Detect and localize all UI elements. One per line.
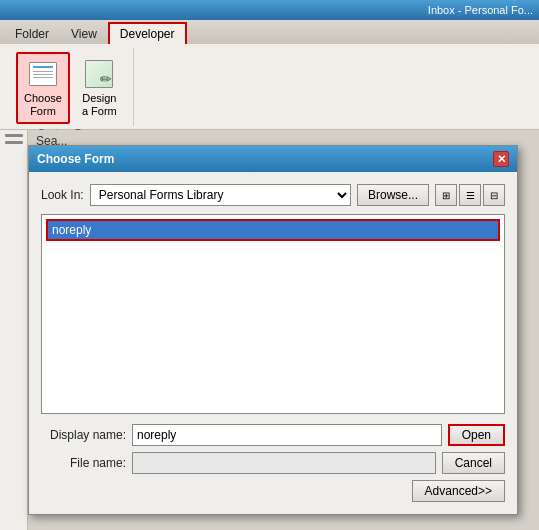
open-button[interactable]: Open <box>448 424 505 446</box>
ribbon: Folder View Developer ChooseForm <box>0 20 539 130</box>
design-form-label: Designa Form <box>82 92 117 118</box>
left-panel <box>0 130 28 530</box>
title-text: Inbox - Personal Fo... <box>428 4 533 16</box>
look-in-label: Look In: <box>41 188 84 202</box>
dialog-title-bar: Choose Form ✕ <box>29 146 517 172</box>
ribbon-group-custom-forms: ChooseForm Designa Form Custom Forms <box>8 48 134 126</box>
design-form-button[interactable]: Designa Form <box>74 52 125 124</box>
nav-strip-1 <box>5 134 23 137</box>
view-btn-1[interactable]: ⊞ <box>435 184 457 206</box>
display-name-input[interactable] <box>132 424 442 446</box>
browse-button[interactable]: Browse... <box>357 184 429 206</box>
advanced-row: Advanced>> <box>41 480 505 502</box>
display-name-row: Display name: Open <box>41 424 505 446</box>
form-list[interactable]: noreply <box>41 214 505 414</box>
choose-form-button[interactable]: ChooseForm <box>16 52 70 124</box>
file-name-input[interactable] <box>132 452 436 474</box>
nav-strip-2 <box>5 141 23 144</box>
dialog-close-button[interactable]: ✕ <box>493 151 509 167</box>
view-buttons: ⊞ ☰ ⊟ <box>435 184 505 206</box>
title-bar: Inbox - Personal Fo... <box>0 0 539 20</box>
tab-developer[interactable]: Developer <box>108 22 187 44</box>
look-in-select[interactable]: Personal Forms Library <box>90 184 351 206</box>
choose-form-dialog: Choose Form ✕ Look In: Personal Forms Li… <box>28 145 518 515</box>
tab-folder[interactable]: Folder <box>4 22 60 44</box>
view-btn-3[interactable]: ⊟ <box>483 184 505 206</box>
ribbon-content: ChooseForm Designa Form Custom Forms <box>0 44 539 130</box>
tab-view[interactable]: View <box>60 22 108 44</box>
choose-form-icon <box>27 58 59 90</box>
ribbon-tabs: Folder View Developer <box>0 20 539 44</box>
display-name-label: Display name: <box>41 428 126 442</box>
file-name-row: File name: Cancel <box>41 452 505 474</box>
list-item-noreply[interactable]: noreply <box>46 219 500 241</box>
dialog-title: Choose Form <box>37 152 114 166</box>
cancel-button[interactable]: Cancel <box>442 452 505 474</box>
choose-form-label: ChooseForm <box>24 92 62 118</box>
ribbon-buttons: ChooseForm Designa Form <box>16 52 125 124</box>
file-name-label: File name: <box>41 456 126 470</box>
look-in-row: Look In: Personal Forms Library Browse..… <box>41 184 505 206</box>
design-form-icon <box>83 58 115 90</box>
dialog-body: Look In: Personal Forms Library Browse..… <box>29 172 517 514</box>
view-btn-2[interactable]: ☰ <box>459 184 481 206</box>
advanced-button[interactable]: Advanced>> <box>412 480 505 502</box>
